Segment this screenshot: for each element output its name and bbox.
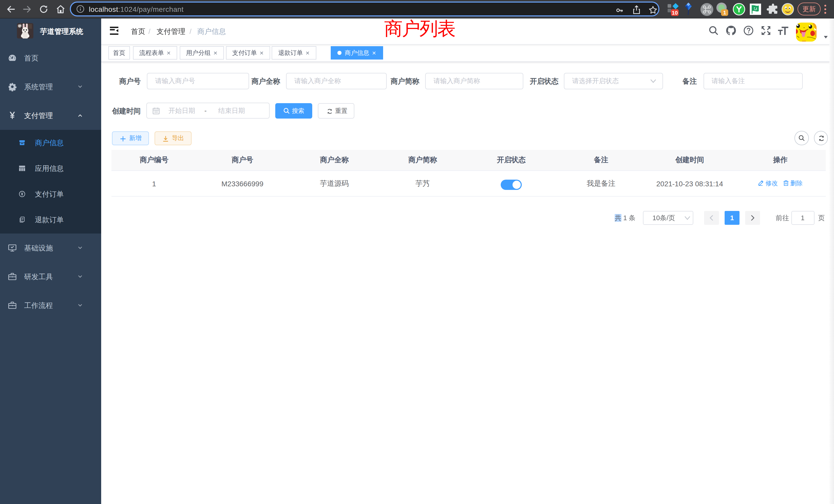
svg-text:10: 10	[672, 10, 678, 16]
svg-text:1: 1	[723, 9, 726, 16]
